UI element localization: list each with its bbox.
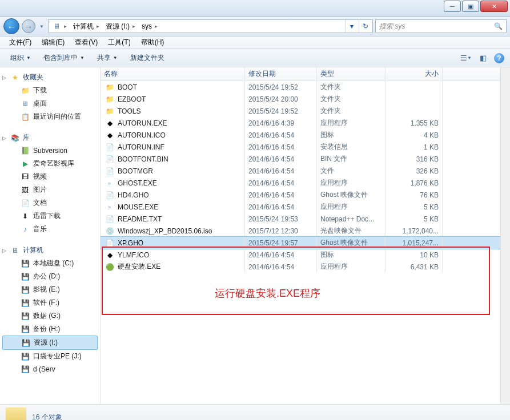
back-button[interactable]: ← (3, 18, 19, 34)
file-row[interactable]: 📄BOOTFONT.BIN2014/6/16 4:54BIN 文件316 KB (101, 153, 500, 165)
new-folder-button[interactable]: 新建文件夹 (126, 51, 169, 64)
navigation-bar: ← → ▼ 🖥▸ 计算机▸ 资源 (I:)▸ sys▸ ▾ ↻ 搜索 sys 🔍 (0, 17, 510, 37)
sidebar-favorites[interactable]: ▷★收藏夹 (0, 71, 100, 84)
file-name: MOUSE.EXE (118, 203, 158, 211)
refresh-button[interactable]: ↻ (359, 20, 371, 33)
sidebar-item[interactable]: ▶爱奇艺影视库 (0, 157, 100, 170)
minimize-button[interactable]: ─ (444, 1, 461, 12)
sidebar-item-drive-i[interactable]: 💾资源 (I:) (2, 336, 98, 350)
sidebar-item[interactable]: ♪音乐 (0, 223, 100, 236)
folder-icon: 📁 (21, 86, 30, 95)
column-size[interactable]: 大小 (385, 67, 443, 80)
vertical-scrollbar[interactable] (500, 67, 510, 404)
help-button[interactable]: ? (494, 53, 504, 63)
file-row[interactable]: 📄README.TXT2015/5/24 19:53Notepad++ Doc.… (101, 213, 500, 225)
breadcrumb-segment[interactable]: sys (142, 22, 152, 30)
file-row[interactable]: 📁TOOLS2015/5/24 19:52文件夹 (101, 105, 500, 117)
file-list[interactable]: 名称 修改日期 类型 大小 📁BOOT2015/5/24 19:52文件夹📁EZ… (101, 67, 500, 404)
file-size: 1,015,247... (385, 237, 443, 249)
file-date: 2014/6/16 4:54 (245, 177, 317, 189)
file-row[interactable]: ▫MOUSE.EXE2014/6/16 4:54应用程序5 KB (101, 201, 500, 213)
sidebar-item[interactable]: 🖼图片 (0, 183, 100, 196)
menu-view[interactable]: 查看(V) (70, 37, 102, 49)
sidebar-item-drive-e[interactable]: 💾影视 (E:) (0, 283, 100, 296)
chevron-right-icon[interactable]: ▸ (62, 23, 69, 29)
menu-edit[interactable]: 编辑(E) (37, 37, 69, 49)
view-options-button[interactable]: ☰ ▼ (460, 53, 472, 63)
file-size: 10 KB (385, 249, 443, 261)
search-icon[interactable]: 🔍 (494, 22, 503, 30)
file-row[interactable]: 🟢硬盘安装.EXE2014/6/16 4:54应用程序6,431 KB (101, 261, 500, 273)
share-button[interactable]: 共享 ▼ (93, 51, 122, 64)
file-type: 文件 (317, 165, 385, 177)
file-date: 2014/6/16 4:54 (245, 189, 317, 201)
file-row[interactable]: ◆YLMF.ICO2014/6/16 4:54图标10 KB (101, 249, 500, 261)
collapse-icon[interactable]: ▷ (2, 248, 6, 253)
file-name: TOOLS (118, 107, 140, 115)
file-name: README.TXT (118, 215, 162, 223)
menu-help[interactable]: 帮助(H) (136, 37, 169, 49)
chevron-right-icon[interactable]: ▸ (153, 23, 159, 29)
search-input[interactable]: 搜索 sys 🔍 (375, 19, 507, 33)
file-size (385, 93, 443, 105)
file-icon: 📄 (105, 191, 114, 200)
history-dropdown-icon[interactable]: ▼ (38, 24, 46, 29)
file-date: 2014/6/16 4:54 (245, 153, 317, 165)
chevron-right-icon[interactable]: ▸ (95, 23, 101, 29)
address-bar[interactable]: 🖥▸ 计算机▸ 资源 (I:)▸ sys▸ ▾ ↻ (48, 19, 373, 33)
include-in-library-button[interactable]: 包含到库中 ▼ (39, 51, 89, 64)
sidebar-item-drive-h[interactable]: 💾备份 (H:) (0, 322, 100, 336)
file-row[interactable]: ◆AUTORUN.EXE2014/6/16 4:39应用程序1,355 KB (101, 117, 500, 129)
file-date: 2015/5/24 19:52 (245, 105, 317, 117)
breadcrumb-segment[interactable]: 计算机 (73, 22, 94, 31)
sidebar-item-desktop[interactable]: 🖥桌面 (0, 97, 100, 110)
column-name[interactable]: 名称 (101, 67, 245, 80)
sidebar-item-drive-g[interactable]: 💾数据 (G:) (0, 309, 100, 322)
sidebar-item[interactable]: 📗Subversion (0, 144, 100, 157)
menu-tools[interactable]: 工具(T) (103, 37, 135, 49)
file-row[interactable]: 📄AUTORUN.INF2014/6/16 4:54安装信息1 KB (101, 141, 500, 153)
sidebar-item[interactable]: 🎞视频 (0, 170, 100, 183)
file-row[interactable]: ◆AUTORUN.ICO2014/6/16 4:54图标4 KB (101, 129, 500, 141)
sidebar-item-drive-net[interactable]: 💾d (Serv (0, 363, 100, 375)
sidebar-item[interactable]: ⬇迅雷下载 (0, 209, 100, 223)
sidebar-item-drive-j[interactable]: 💾口袋专业PE (J:) (0, 350, 100, 363)
chevron-right-icon[interactable]: ▸ (131, 23, 137, 29)
close-button[interactable]: ✕ (480, 1, 508, 12)
breadcrumb-segment[interactable]: 资源 (I:) (106, 22, 130, 31)
preview-pane-button[interactable]: ◧ (477, 53, 489, 63)
collapse-icon[interactable]: ▷ (2, 75, 6, 80)
sidebar-item-drive-f[interactable]: 💾软件 (F:) (0, 296, 100, 309)
forward-button[interactable]: → (22, 19, 35, 33)
file-row[interactable]: 📄BOOTMGR2014/6/16 4:54文件326 KB (101, 165, 500, 177)
column-date[interactable]: 修改日期 (245, 67, 317, 80)
file-row[interactable]: 📁EZBOOT2015/5/24 20:00文件夹 (101, 93, 500, 105)
sidebar-computer[interactable]: ▷🖥计算机 (0, 244, 100, 257)
sidebar-item-downloads[interactable]: 📁下载 (0, 84, 100, 97)
file-date: 2014/6/16 4:39 (245, 117, 317, 129)
file-row[interactable]: 📄HD4.GHO2014/6/16 4:54Ghost 映像文件76 KB (101, 189, 500, 201)
file-size: 76 KB (385, 189, 443, 201)
sidebar-item-drive-d[interactable]: 💾办公 (D:) (0, 270, 100, 283)
file-date: 2014/6/16 4:54 (245, 141, 317, 153)
file-row[interactable]: 📁BOOT2015/5/24 19:52文件夹 (101, 81, 500, 93)
folder-icon: 📗 (21, 146, 30, 155)
sidebar-item[interactable]: 📄文档 (0, 196, 100, 209)
collapse-icon[interactable]: ▷ (2, 135, 6, 141)
sidebar-libraries[interactable]: ▷📚库 (0, 131, 100, 144)
column-type[interactable]: 类型 (317, 67, 385, 80)
file-row[interactable]: 💿Windowszj_XP_BD2015.06.iso2015/7/12 12:… (101, 225, 500, 237)
file-row[interactable]: 📄XP.GHO2015/5/24 19:57Ghost 映像文件1,015,24… (101, 237, 500, 249)
file-type: 文件夹 (317, 81, 385, 93)
file-type: BIN 文件 (317, 153, 385, 165)
file-row[interactable]: ▫GHOST.EXE2014/6/16 4:54应用程序1,876 KB (101, 177, 500, 189)
sidebar-item-recent[interactable]: 📋最近访问的位置 (0, 110, 100, 123)
file-name: 硬盘安装.EXE (118, 262, 160, 272)
file-size: 1,172,040... (385, 225, 443, 237)
column-headers: 名称 修改日期 类型 大小 (101, 67, 500, 81)
menu-file[interactable]: 文件(F) (5, 37, 36, 49)
history-dropdown-icon[interactable]: ▾ (345, 20, 358, 33)
organize-button[interactable]: 组织 ▼ (6, 51, 35, 64)
sidebar-item-drive-c[interactable]: 💾本地磁盘 (C:) (0, 257, 100, 270)
maximize-button[interactable]: ▣ (462, 1, 479, 12)
